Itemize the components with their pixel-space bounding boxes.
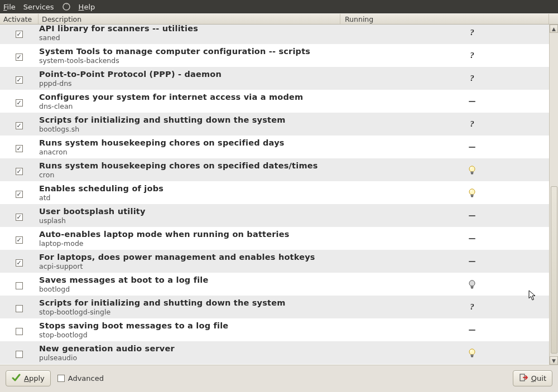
service-subtitle: usplash [39,217,394,225]
vertical-scrollbar[interactable]: ▲ ▼ [549,25,558,365]
activate-checkbox[interactable] [16,259,23,267]
quit-button[interactable]: Quit [513,370,552,386]
service-title: Configures your system for internet acce… [39,93,394,102]
status-unknown-icon: ? [467,51,477,61]
scroll-up-button[interactable]: ▲ [550,25,558,33]
menubar: File Services Help [0,0,558,13]
service-title: Enables scheduling of jobs [39,184,394,193]
service-row[interactable]: Saves messages at boot to a log file boo… [0,273,549,296]
column-header-bar: Activate Description Running [0,13,558,25]
service-row[interactable]: Auto-enables laptop mode when running on… [0,227,549,250]
service-row[interactable]: Runs system housekeeping chores on speci… [0,158,549,181]
service-row[interactable]: Enables scheduling of jobs atd [0,181,549,204]
apply-button[interactable]: Apply [6,370,51,386]
activate-checkbox[interactable] [16,191,23,198]
status-stopped-icon [467,325,477,335]
activate-checkbox[interactable] [16,351,23,358]
scroll-down-button[interactable]: ▼ [550,356,558,365]
status-unknown-icon: ? [467,74,477,84]
status-stopped-icon [467,257,477,267]
service-row[interactable]: API library for scanners -- utilities sa… [0,25,549,44]
service-subtitle: stop-bootlogd [39,331,394,339]
activate-checkbox[interactable] [16,54,23,61]
activate-checkbox[interactable] [16,236,23,244]
service-row[interactable]: System Tools to manage computer configur… [0,44,549,67]
service-title: Stops saving boot messages to a log file [39,321,394,331]
service-subtitle: acpi-support [39,263,394,270]
quit-icon [519,373,528,384]
status-unknown-icon: ? [467,28,477,38]
apply-check-icon [12,373,21,384]
activate-checkbox[interactable] [16,168,23,175]
service-title: Point-to-Point Protocol (PPP) - daemon [39,70,394,79]
service-row[interactable]: New generation audio server pulseaudio [0,341,549,364]
service-subtitle: system-tools-backends [39,57,394,65]
service-subtitle: bootlogd [39,285,394,293]
service-subtitle: pppd-dns [39,80,394,88]
service-row[interactable]: For laptops, does power management and e… [0,250,549,273]
activate-checkbox[interactable] [16,31,23,38]
footer-bar: Apply Advanced Quit [0,365,558,391]
activate-checkbox[interactable] [16,214,23,221]
services-list[interactable]: API library for scanners -- utilities sa… [0,25,549,365]
activate-checkbox[interactable] [16,328,23,335]
service-row[interactable]: Configures your system for internet acce… [0,90,549,113]
activate-checkbox[interactable] [16,282,23,289]
service-row[interactable]: Scripts for initializing and shutting do… [0,296,549,318]
status-unknown-icon: ? [467,302,477,312]
status-running-bulb-icon [467,348,477,358]
service-subtitle: dns-clean [39,103,394,110]
service-title: System Tools to manage computer configur… [39,47,394,56]
activate-checkbox[interactable] [16,76,23,84]
advanced-checkbox-box[interactable] [57,375,65,382]
status-unknown-icon: ? [467,119,477,129]
activate-checkbox[interactable] [16,305,23,312]
advanced-checkbox-label: Advanced [68,374,104,383]
service-row[interactable]: User bootsplash utility usplash [0,204,549,227]
menu-services[interactable]: Services [23,3,54,11]
svg-point-1 [469,166,475,171]
advanced-checkbox[interactable]: Advanced [57,374,104,383]
service-subtitle: bootlogs.sh [39,125,394,133]
service-title: Saves messages at boot to a log file [39,275,394,285]
service-subtitle: anacron [39,148,394,156]
activate-checkbox[interactable] [16,99,23,107]
column-header-activate[interactable]: Activate [0,14,38,24]
refresh-icon[interactable] [62,2,71,11]
svg-point-5 [469,188,475,194]
svg-point-15 [470,350,472,351]
svg-point-4 [470,167,472,168]
service-title: Scripts for initializing and shutting do… [39,298,394,308]
service-title: Scripts for initializing and shutting do… [39,115,394,125]
service-subtitle: cron [39,171,394,179]
svg-rect-7 [471,196,473,197]
service-row[interactable]: Scripts for initializing and shutting do… [0,113,549,135]
service-subtitle: saned [39,34,394,42]
menu-help[interactable]: Help [79,3,95,11]
service-subtitle: atd [39,194,394,202]
activate-checkbox[interactable] [16,145,23,152]
activate-checkbox[interactable] [16,122,23,129]
column-header-running[interactable]: Running [340,14,538,24]
column-header-description[interactable]: Description [39,14,340,24]
service-title: Runs system housekeeping chores on speci… [39,161,394,171]
column-header-scroll-spacer [549,14,558,24]
svg-point-9 [469,280,475,285]
status-stopped-icon [467,234,477,244]
service-title: For laptops, does power management and e… [39,253,394,262]
scroll-thumb[interactable] [551,186,557,354]
service-row[interactable]: Stops saving boot messages to a log file… [0,318,549,341]
service-row[interactable]: Runs system housekeeping chores on speci… [0,135,549,158]
status-running-bulb-icon [467,188,477,198]
status-running-bulb-icon [467,165,477,175]
service-subtitle: pulseaudio [39,354,394,362]
status-stopped-icon [467,211,477,221]
service-subtitle: laptop-mode [39,240,394,248]
svg-rect-14 [471,356,473,357]
svg-rect-3 [471,173,473,175]
service-row[interactable]: Point-to-Point Protocol (PPP) - daemon p… [0,67,549,90]
menu-file[interactable]: File [3,3,16,11]
svg-rect-6 [471,194,474,196]
service-title: API library for scanners -- utilities [39,25,394,33]
svg-point-8 [470,190,472,191]
